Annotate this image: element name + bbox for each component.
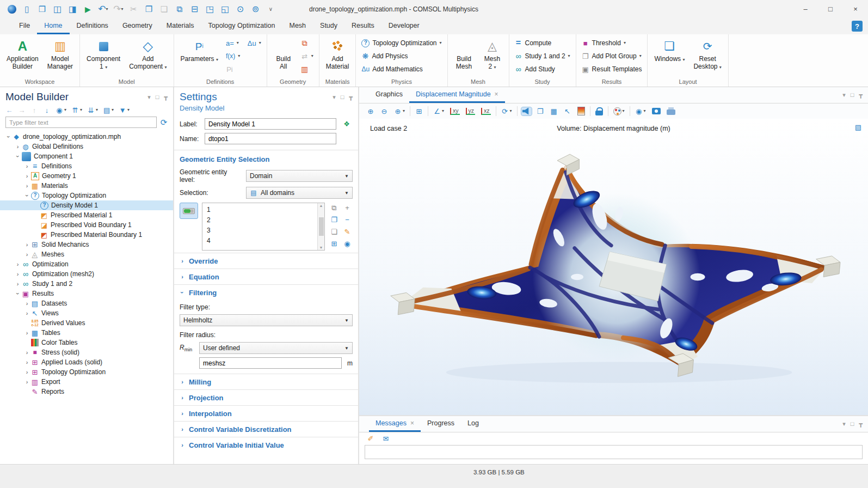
tab-messages[interactable]: Messages×: [369, 416, 421, 432]
tab-home[interactable]: Home: [37, 18, 69, 34]
application-builder-button[interactable]: AApplicationBuilder: [3, 35, 42, 78]
zoom-out-button[interactable]: ⊖: [379, 106, 389, 116]
tree-item-density-model-1[interactable]: ?Density Model 1: [0, 200, 173, 210]
expand-icon[interactable]: ›: [23, 251, 31, 258]
run-button[interactable]: ▶: [81, 2, 95, 16]
tree-item-prescribed-material-boundary-1[interactable]: ◩Prescribed Material Boundary 1: [0, 230, 173, 240]
clear-selection-button[interactable]: ◱: [218, 2, 232, 16]
mesh-2-button[interactable]: ◬Mesh2 ▾: [479, 35, 506, 78]
tree-item-applied-loads-solid[interactable]: ›⊞Applied Loads (solid): [0, 357, 173, 367]
add-plot-group-button[interactable]: ❐Add Plot Group▾: [580, 51, 643, 62]
rename-button[interactable]: ❖: [341, 118, 353, 130]
color-palette-button[interactable]: ▾: [612, 107, 626, 116]
default-view-button[interactable]: ⟳▾: [500, 106, 513, 116]
tab-topology-optimization[interactable]: Topology Optimization: [201, 18, 282, 34]
collapse-panel-icon[interactable]: ▾: [333, 94, 336, 101]
compute-button[interactable]: =Compute: [513, 38, 553, 48]
build-all-button[interactable]: BuildAll: [270, 35, 297, 78]
tab-materials[interactable]: Materials: [159, 18, 201, 34]
filter-input[interactable]: [5, 117, 157, 128]
find-button[interactable]: ⊙: [233, 2, 248, 16]
tab-study[interactable]: Study: [313, 18, 344, 34]
expand-icon[interactable]: ›: [23, 379, 31, 385]
section-override[interactable]: ›Override: [174, 253, 358, 269]
pin-panel-icon[interactable]: ┳: [164, 94, 168, 101]
tree-item-tables[interactable]: ›▦Tables: [0, 328, 173, 338]
view-yz-button[interactable]: yz: [465, 107, 477, 115]
tree-item-results[interactable]: ›▣Results: [0, 289, 173, 298]
collapse-icon[interactable]: ›: [24, 192, 30, 200]
remove-details-icon-button[interactable]: ▥: [299, 64, 310, 75]
selection-list-item[interactable]: 2: [202, 215, 317, 225]
selection-list-item[interactable]: 1: [202, 204, 317, 215]
selection-list[interactable]: 1234 ▲▼: [202, 203, 325, 251]
expand-icon[interactable]: ›: [23, 359, 31, 365]
help-button[interactable]: ?: [852, 21, 863, 32]
scene-light-button[interactable]: [521, 107, 532, 115]
find-in-model-button[interactable]: ⊚: [248, 2, 263, 16]
functions-icon-button[interactable]: f(x)▾: [224, 51, 242, 62]
expand-icon[interactable]: ›: [14, 261, 22, 267]
expand-icon[interactable]: ›: [23, 182, 31, 189]
expand-icon[interactable]: ›: [23, 310, 31, 316]
tree-item-stress-solid[interactable]: ›■Stress (solid): [0, 347, 173, 357]
label-input[interactable]: [205, 118, 336, 130]
add-physics-button[interactable]: ❋Add Physics: [360, 51, 409, 62]
redo-button[interactable]: ↷▾: [111, 2, 126, 16]
rmin-select[interactable]: User defined ▼: [199, 342, 353, 354]
tree-item-reports[interactable]: ✎Reports: [0, 387, 173, 396]
tab-definitions[interactable]: Definitions: [70, 18, 115, 34]
topology-optimization-button[interactable]: ?Topology Optimization▾: [360, 38, 443, 48]
pin-panel-icon[interactable]: ┳: [349, 94, 353, 101]
close-button[interactable]: ×: [843, 0, 868, 18]
nonlocal-couplings-icon-button[interactable]: Δu▾: [246, 38, 263, 48]
copy-button[interactable]: ❐: [141, 2, 156, 16]
tree-item-prescribed-material-1[interactable]: ◩Prescribed Material 1: [0, 210, 173, 220]
tree-item-optimization-mesh2[interactable]: ›∞Optimization (mesh2): [0, 269, 173, 279]
highlight-selection-button[interactable]: ◉: [342, 239, 353, 249]
component-1-button[interactable]: Component1 ▾: [83, 35, 124, 78]
tab-file[interactable]: File: [12, 18, 37, 34]
duplicate-button[interactable]: ⧉: [172, 2, 187, 16]
expand-icon[interactable]: ›: [14, 280, 22, 287]
tree-item-materials[interactable]: ›▦Materials: [0, 181, 173, 191]
paste-selection-button[interactable]: ❏: [329, 227, 340, 237]
expand-icon[interactable]: ›: [23, 349, 31, 356]
model-manager-button[interactable]: ▥ModelManager: [44, 35, 77, 78]
expand-all-button[interactable]: ⇊▾: [87, 106, 98, 114]
variables-icon-button[interactable]: a=▾: [224, 38, 241, 48]
remove-from-selection-button[interactable]: −: [342, 215, 353, 225]
go-forward-button[interactable]: →: [18, 106, 26, 114]
tree-item-derived-values[interactable]: 8.85 e-12Derived Values: [0, 318, 173, 328]
build-mesh-button[interactable]: BuildMesh: [451, 35, 478, 78]
expand-icon[interactable]: ›: [23, 173, 31, 179]
filter-type-select[interactable]: Helmholtz ▼: [180, 314, 353, 326]
expand-icon[interactable]: ›: [23, 300, 31, 307]
tree-item-topology-optimization[interactable]: ›⊞Topology Optimization: [0, 367, 173, 377]
comsol-logo-button[interactable]: [4, 2, 19, 16]
clear-messages-button[interactable]: ✐: [366, 434, 375, 443]
name-input[interactable]: [205, 133, 336, 144]
tree-item-views[interactable]: ›↖Views: [0, 308, 173, 318]
select-box-button[interactable]: ◳: [202, 2, 217, 16]
view-xz-button[interactable]: xz: [480, 107, 492, 115]
add-study-button[interactable]: ∞Add Study: [513, 64, 557, 75]
go-back-button[interactable]: ←: [5, 106, 13, 114]
tree-item-prescribed-void-boundary-1[interactable]: ◪Prescribed Void Boundary 1: [0, 220, 173, 230]
paste-button[interactable]: ❏: [157, 2, 171, 16]
selection-list-item[interactable]: 4: [202, 235, 317, 246]
open-file-button[interactable]: ❒: [35, 2, 50, 16]
node-text-button[interactable]: ▤▾: [103, 106, 114, 114]
section-milling[interactable]: ›Milling: [174, 374, 358, 389]
tree-item-datasets[interactable]: ›▤Datasets: [0, 298, 173, 308]
float-panel-icon[interactable]: □: [156, 94, 159, 101]
zoom-box-button[interactable]: ⊕▾: [393, 106, 406, 116]
delete-button[interactable]: ⊟: [187, 2, 202, 16]
threshold-button[interactable]: ■Threshold▾: [580, 38, 627, 48]
close-tab-icon[interactable]: ×: [410, 419, 414, 427]
tab-progress[interactable]: Progress: [421, 416, 461, 432]
tree-item-color-tables[interactable]: Color Tables: [0, 338, 173, 347]
expand-icon[interactable]: ›: [23, 241, 31, 248]
lock-view-button[interactable]: [594, 107, 604, 116]
cut-button[interactable]: ✂: [126, 2, 141, 16]
